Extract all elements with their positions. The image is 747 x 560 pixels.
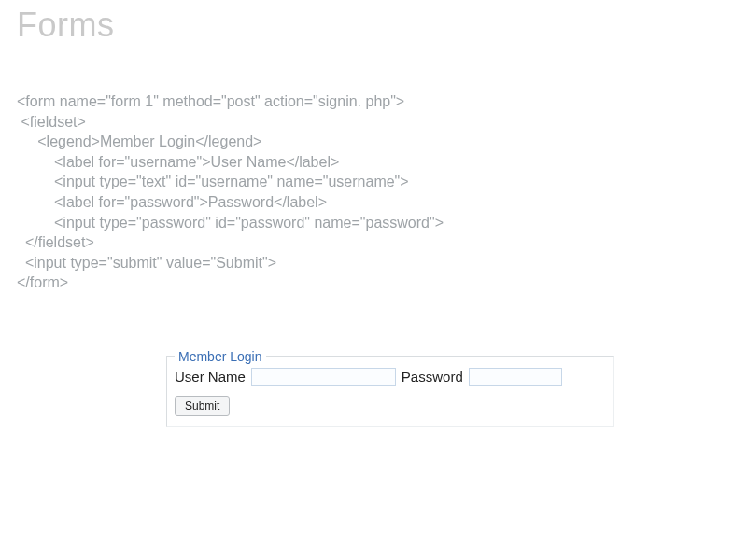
code-line: <form name="form 1" method="post" action…: [17, 93, 404, 109]
username-label: User Name: [175, 369, 246, 385]
code-line: <input type="text" id="username" name="u…: [17, 174, 409, 189]
code-line: <fieldset>: [17, 114, 86, 130]
submit-button[interactable]: Submit: [175, 396, 230, 416]
code-line: </fieldset>: [17, 234, 94, 250]
code-line: <legend>Member Login</legend>: [17, 133, 261, 149]
username-input[interactable]: [251, 368, 396, 386]
fieldset-legend: Member Login: [175, 349, 266, 364]
code-line: <input type="submit" value="Submit">: [17, 255, 276, 271]
code-line: </form>: [17, 274, 68, 290]
code-line: <label for="password">Password</label>: [17, 194, 327, 210]
form-demo: Member Login User Name Password Submit: [166, 349, 614, 427]
password-input[interactable]: [469, 368, 562, 386]
code-line: <input type="password" id="password" nam…: [17, 215, 444, 231]
code-example: <form name="form 1" method="post" action…: [17, 91, 730, 293]
page-title: Forms: [17, 6, 730, 45]
login-fieldset: Member Login User Name Password Submit: [166, 349, 614, 427]
password-label: Password: [402, 369, 463, 385]
code-line: <label for="username">User Name</label>: [17, 154, 339, 170]
